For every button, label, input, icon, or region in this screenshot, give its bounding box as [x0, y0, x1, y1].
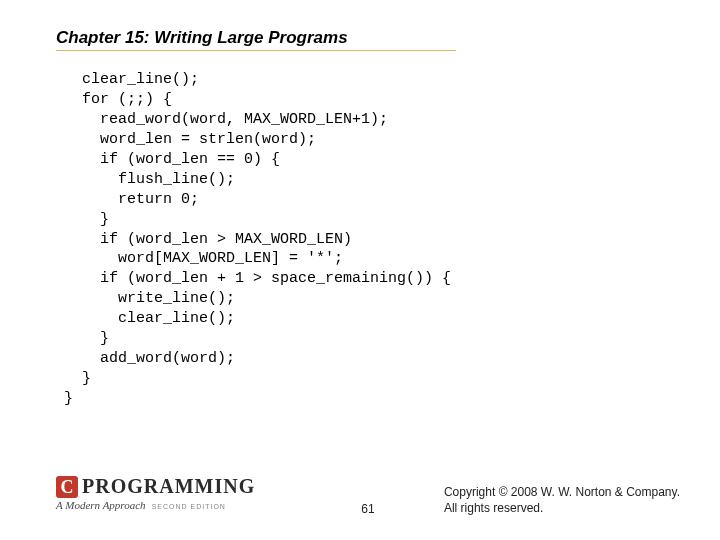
- slide-title: Chapter 15: Writing Large Programs: [56, 28, 664, 48]
- logo-subtitle: A Modern Approach: [56, 499, 146, 511]
- logo-edition: SECOND EDITION: [152, 503, 226, 510]
- footer: C PROGRAMMING A Modern Approach SECOND E…: [56, 470, 680, 516]
- logo-wordmark: PROGRAMMING: [82, 475, 255, 498]
- book-logo: C PROGRAMMING A Modern Approach SECOND E…: [56, 475, 255, 512]
- page-number: 61: [361, 502, 374, 516]
- title-underline: [56, 50, 456, 51]
- copyright-line-1: Copyright © 2008 W. W. Norton & Company.: [444, 484, 680, 500]
- logo-top-row: C PROGRAMMING: [56, 475, 255, 499]
- logo-c-badge: C: [56, 476, 78, 498]
- copyright: Copyright © 2008 W. W. Norton & Company.…: [444, 484, 680, 516]
- slide: Chapter 15: Writing Large Programs clear…: [0, 0, 720, 540]
- logo-sub-row: A Modern Approach SECOND EDITION: [56, 498, 255, 511]
- copyright-line-2: All rights reserved.: [444, 500, 680, 516]
- code-block: clear_line(); for (;;) { read_word(word,…: [64, 70, 451, 409]
- logo-c-glyph: C: [61, 477, 74, 498]
